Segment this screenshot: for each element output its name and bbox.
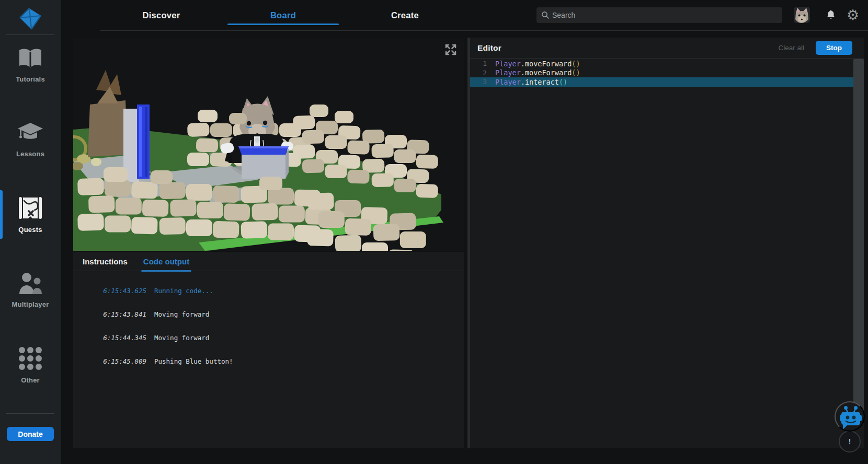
search-icon <box>541 11 550 19</box>
sidebar-divider <box>6 413 54 414</box>
code-text: Player.moveForward() <box>495 68 580 77</box>
app-window: Tutorials Lessons Quests Multipla <box>0 0 868 464</box>
clear-all-button[interactable]: Clear all <box>778 44 804 52</box>
topnav-tab-board[interactable]: Board <box>222 0 344 30</box>
log-message: Moving forward <box>146 310 209 318</box>
sidebar-item-quests[interactable]: Quests <box>0 192 61 237</box>
code-output-log: 6:15:43.625 Running code... 6:15:43.841 … <box>79 279 458 373</box>
log-message: Pushing Blue button! <box>146 357 233 365</box>
settings-gear-icon[interactable]: ⚙ <box>845 7 861 24</box>
donate-button[interactable]: Donate <box>7 427 54 441</box>
output-tabs: InstructionsCode output <box>73 252 464 271</box>
output-tab-code-output[interactable]: Code output <box>141 252 191 271</box>
stop-button[interactable]: Stop <box>816 41 852 55</box>
code-line[interactable]: 1 Player.moveForward() <box>470 59 864 68</box>
log-timestamp: 6:15:45.009 <box>103 357 146 365</box>
sidebar-item-multiplayer[interactable]: Multiplayer <box>0 268 61 311</box>
notifications-bell-icon[interactable] <box>824 9 838 22</box>
book-icon <box>17 47 43 70</box>
line-number: 2 <box>470 69 487 77</box>
code-line[interactable]: 3 Player.interact() <box>470 77 864 87</box>
app-logo[interactable] <box>0 7 61 32</box>
blue-gem-logo-icon <box>19 7 42 30</box>
sidebar-item-label: Tutorials <box>16 75 45 83</box>
editor-title: Editor <box>477 43 501 53</box>
chat-alert-badge[interactable]: ! <box>839 431 861 453</box>
sidebar-divider <box>6 34 54 35</box>
code-editor[interactable]: 1 Player.moveForward() 2 Player.moveForw… <box>470 59 864 87</box>
log-line: 6:15:45.009 Pushing Blue button! <box>79 350 458 373</box>
log-line: 6:15:43.841 Moving forward <box>79 303 458 326</box>
topnav-tab-discover[interactable]: Discover <box>100 0 222 30</box>
grid-dots-icon <box>17 346 43 371</box>
robot-icon <box>836 402 866 433</box>
log-timestamp: 6:15:43.841 <box>103 310 146 318</box>
blue-door <box>123 105 150 182</box>
log-message: Moving forward <box>146 334 209 342</box>
editor-panel: Editor Clear all Stop 1 Player.moveForwa… <box>467 38 864 448</box>
log-line: 6:15:44.345 Moving forward <box>79 326 458 350</box>
people-icon <box>16 271 44 295</box>
editor-scrollbar[interactable] <box>853 59 864 412</box>
header-divider <box>100 30 868 31</box>
sidebar-item-label: Other <box>21 376 40 384</box>
log-message: Running code... <box>146 287 213 295</box>
sidebar-item-label: Lessons <box>16 150 44 158</box>
search-box <box>536 7 782 23</box>
fullscreen-expand-icon[interactable] <box>443 43 458 57</box>
topnav-tab-create[interactable]: Create <box>344 0 466 30</box>
sidebar-item-label: Multiplayer <box>12 300 49 308</box>
top-navigation: DiscoverBoardCreate <box>100 0 466 30</box>
chatbot-button[interactable] <box>835 401 865 432</box>
sidebar-item-tutorials[interactable]: Tutorials <box>0 44 61 86</box>
quest-map-icon <box>17 195 44 221</box>
blue-button-pedestal <box>238 146 289 179</box>
line-number: 1 <box>470 60 487 67</box>
sidebar-item-lessons[interactable]: Lessons <box>0 118 61 161</box>
code-text: Player.moveForward() <box>495 60 580 68</box>
code-text: Player.interact() <box>495 78 567 86</box>
line-number: 3 <box>470 78 487 86</box>
user-avatar[interactable] <box>794 7 810 23</box>
editor-header: Editor Clear all Stop <box>470 38 864 59</box>
sidebar-items: Tutorials Lessons Quests Multipla <box>0 44 61 387</box>
log-timestamp: 6:15:43.625 <box>103 287 146 295</box>
sidebar-item-label: Quests <box>18 226 42 234</box>
code-line[interactable]: 2 Player.moveForward() <box>470 68 864 78</box>
output-tab-instructions[interactable]: Instructions <box>81 252 130 271</box>
game-viewport[interactable]: 7 <box>73 38 464 251</box>
output-panel: InstructionsCode output 6:15:43.625 Runn… <box>73 252 464 448</box>
sidebar-item-other[interactable]: Other <box>0 343 61 387</box>
log-timestamp: 6:15:44.345 <box>103 334 146 342</box>
log-line: 6:15:43.625 Running code... <box>79 279 458 303</box>
sidebar: Tutorials Lessons Quests Multipla <box>0 0 61 464</box>
search-input[interactable] <box>552 7 777 23</box>
game-scene-3d: 7 <box>73 38 464 251</box>
graduation-cap-icon <box>17 121 44 145</box>
